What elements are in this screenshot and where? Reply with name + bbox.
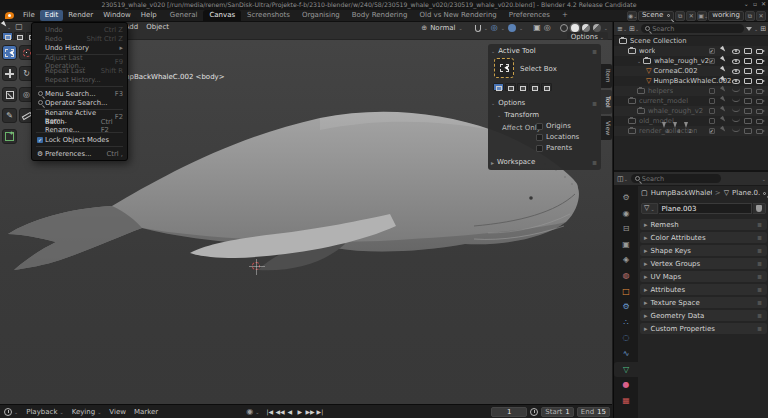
menu-item-operator-search[interactable]: Operator Search...	[32, 98, 127, 107]
disable-render-toggle[interactable]	[754, 106, 765, 116]
maximize-icon[interactable]: ▫	[753, 0, 757, 7]
visibility-checkbox[interactable]	[706, 116, 717, 126]
disable-viewport-toggle[interactable]	[742, 116, 753, 126]
properties-search-input[interactable]	[642, 175, 717, 183]
outliner-row-current-model[interactable]: current_model	[614, 96, 768, 106]
datablock-name-field[interactable]: Plane.003	[659, 203, 752, 214]
panel-grip-icon[interactable]: ≣	[592, 48, 598, 55]
datablock-browse-button[interactable]: ▽⌄	[641, 203, 658, 214]
panel-shape-keys[interactable]: ▸Shape Keys≣	[640, 245, 767, 256]
sidebar-tab-view[interactable]: View	[601, 116, 612, 140]
fake-user-button[interactable]	[753, 203, 766, 214]
properties-tab-modifiers[interactable]: ⚙	[614, 299, 638, 314]
select-mode-0[interactable]	[2, 32, 13, 40]
outliner-search[interactable]	[641, 24, 744, 33]
timeline-editor-icon[interactable]: ⌄	[0, 408, 22, 416]
panel-grip-icon[interactable]: ≣	[757, 325, 763, 332]
outliner-row-whale-rough-v2[interactable]: whale_rough_v2	[614, 106, 768, 116]
properties-tab-render[interactable]: ◉	[614, 206, 638, 221]
panel-texture-space[interactable]: ▸Texture Space≣	[640, 297, 767, 308]
menubar-item-render[interactable]: Render	[63, 10, 98, 21]
snap-magnet-icon[interactable]	[475, 25, 481, 32]
timeline-menu-playback[interactable]: Playback⌄	[22, 408, 67, 416]
selectable-toggle[interactable]	[718, 106, 729, 116]
panel-color-attributes[interactable]: ▸Color Attributes≣	[640, 232, 767, 243]
menu-item-batch-rename[interactable]: Batch Rename...Ctrl F2	[32, 121, 127, 130]
selectable-toggle[interactable]	[718, 46, 729, 56]
disable-render-toggle[interactable]	[754, 126, 765, 136]
frame-end-field[interactable]: End15	[577, 407, 610, 417]
gizmo-icon[interactable]: ▣	[533, 23, 541, 33]
expand-icon[interactable]: ⌄	[637, 58, 641, 64]
select-mode-option-0[interactable]	[493, 83, 504, 91]
outliner-row-humpbackwhalec-002[interactable]: ▽HumpBackWhaleC.002	[614, 76, 768, 86]
viewport-menu-object[interactable]: Object	[146, 23, 169, 31]
disable-render-toggle[interactable]	[754, 76, 765, 86]
outliner-row-scene-collection[interactable]: Scene Collection	[614, 36, 768, 46]
properties-tab-object[interactable]: □	[614, 284, 638, 299]
disable-viewport-toggle[interactable]	[742, 56, 753, 66]
workspace-tab-screenshots[interactable]: Screenshots	[241, 10, 296, 21]
hide-viewport-toggle[interactable]	[730, 126, 741, 136]
minimize-icon[interactable]: ⌄	[744, 0, 749, 7]
sidebar-tab-tool[interactable]: Tool	[601, 90, 612, 114]
scene-icon[interactable]: ◉⌄	[627, 11, 637, 21]
prev-keyframe-button[interactable]: ◀◀	[275, 408, 284, 415]
disable-render-toggle[interactable]	[754, 66, 765, 76]
menubar-item-file[interactable]: File	[18, 10, 40, 21]
menu-item-lock-object-modes[interactable]: ✓Lock Object Modes	[32, 135, 127, 144]
panel-grip-icon[interactable]: ≣	[757, 247, 763, 254]
hide-viewport-toggle[interactable]	[730, 86, 741, 96]
falloff-icon[interactable]	[508, 24, 516, 32]
disable-render-toggle[interactable]	[754, 46, 765, 56]
select-mode-1[interactable]	[14, 32, 25, 40]
properties-tab-material[interactable]: ●	[614, 377, 638, 392]
panel-vertex-groups[interactable]: ▸Vertex Groups≣	[640, 258, 767, 269]
editor-type-icon[interactable]: ◫⌄	[617, 174, 628, 184]
options-panel-header[interactable]: ⌄Options≣	[488, 99, 601, 107]
transform-orientation[interactable]: Normal	[430, 24, 455, 32]
selectable-toggle[interactable]	[718, 56, 729, 66]
disable-viewport-toggle[interactable]	[742, 76, 753, 86]
timecode-icon[interactable]	[530, 408, 538, 416]
workspace-tab-organising[interactable]: Organising	[296, 10, 346, 21]
outliner-row-helpers[interactable]: helpers	[614, 86, 768, 96]
disable-render-toggle[interactable]	[754, 86, 765, 96]
timeline-menu-view[interactable]: View	[105, 408, 130, 416]
new-scene-button[interactable]: ⧉	[675, 11, 685, 21]
jump-to-start-button[interactable]: |◀	[265, 408, 274, 415]
properties-search[interactable]	[631, 174, 721, 183]
jump-to-end-button[interactable]: ▶|	[315, 408, 324, 415]
checkbox-parents[interactable]	[536, 145, 543, 152]
menubar-item-window[interactable]: Window	[98, 10, 136, 21]
panel-grip-icon[interactable]: ≣	[757, 299, 763, 306]
frame-start-field[interactable]: Start1	[541, 407, 574, 417]
properties-tab-output[interactable]: ⊟	[614, 221, 638, 236]
shading-material-icon[interactable]	[582, 24, 590, 32]
panel-grip-icon[interactable]: ≣	[757, 286, 763, 293]
move-tool[interactable]	[2, 66, 17, 81]
visibility-checkbox[interactable]: ✓	[706, 126, 717, 136]
outliner-row-work[interactable]: work✓	[614, 46, 768, 56]
current-frame-field[interactable]: 1	[491, 407, 527, 417]
panel-uv-maps[interactable]: ▸UV Maps≣	[640, 271, 767, 282]
hide-viewport-toggle[interactable]	[730, 106, 741, 116]
menubar-item-help[interactable]: Help	[136, 10, 162, 21]
shading-solid-icon[interactable]	[571, 24, 579, 32]
new-view-layer-button[interactable]: ⧉	[745, 11, 755, 21]
visibility-checkbox[interactable]	[706, 86, 717, 96]
select-mode-option-2[interactable]	[517, 83, 528, 91]
select-mode-option-3[interactable]	[529, 83, 540, 91]
hide-viewport-toggle[interactable]	[730, 76, 741, 86]
outliner-search-input[interactable]	[652, 25, 740, 33]
filter-funnel-icon[interactable]	[746, 27, 752, 31]
workspace-tab-general[interactable]: General	[164, 10, 204, 21]
pin-icon[interactable]	[763, 192, 766, 195]
menu-item-preferences[interactable]: ⚙Preferences...Ctrl ,	[32, 149, 127, 158]
properties-tab-object-data[interactable]: ▽	[614, 362, 638, 377]
menu-item-menu-search[interactable]: Menu Search...F3	[32, 89, 127, 98]
hide-viewport-toggle[interactable]	[730, 116, 741, 126]
panel-grip-icon[interactable]: ≣	[757, 234, 763, 241]
properties-tab-tool[interactable]: ⚙	[614, 190, 638, 205]
disable-viewport-toggle[interactable]	[742, 66, 753, 76]
